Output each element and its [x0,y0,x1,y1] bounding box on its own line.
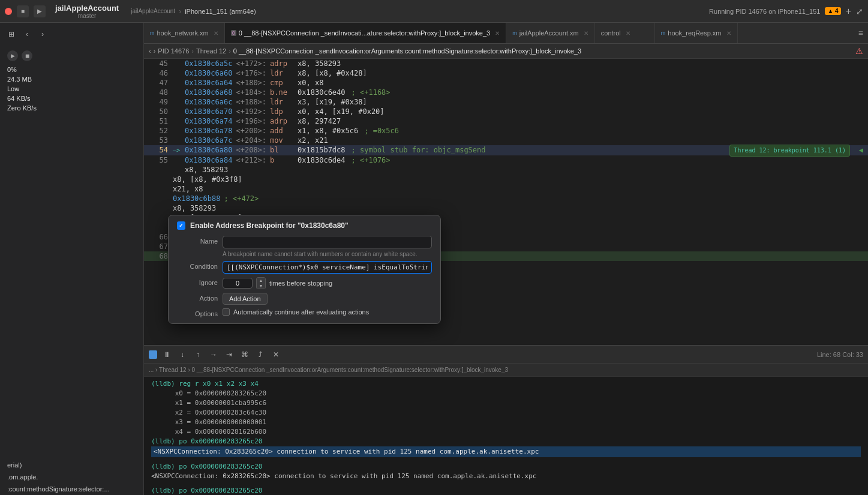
console-line: x1 = 0x00000001cba995c6 [151,398,861,408]
stop-button[interactable] [5,8,12,15]
memory-value: 24.3 MB [7,76,32,83]
code-line-extra3: x21, x8 [144,184,868,194]
bp-action-row: Action Add Action [177,293,432,305]
editor-tab-control[interactable]: control ✕ [595,23,655,44]
breakpoint-dialog: ✓ Enable Address Breakpoint for "0x1830c… [168,215,441,324]
mem-icon: ◼ [22,50,32,61]
sidebar: ⊞ ‹ › ▶ ◼ 0% 24.3 MB Low 6 [0,23,144,495]
console-line: x3 = 0x0000000000000001 [151,418,861,427]
bp-stepper[interactable]: ▲ ▼ [256,277,266,289]
editor-tabs: m hook_network.xm ✕ 0 0 __88-[NSXPCConne… [144,23,868,44]
sidebar-nav-item-2[interactable]: .om.apple. [0,471,143,483]
console-line: x4 = 0x000000028162b600 [151,427,861,437]
bc-thread: Thread 12 [196,47,226,55]
sidebar-metrics: ▶ ◼ 0% 24.3 MB Low 64 KB/s Zero KB/s [0,46,143,116]
bp-ignore-row: Ignore ▲ ▼ times before stopping [177,277,432,289]
bp-auto-continue-label: Automatically continue after evaluating … [233,308,369,316]
editor-tab-nsxpc-block[interactable]: 0 0 __88-[NSXPCConnection _sendInvocati.… [225,23,506,44]
code-line-extra4: x8, 358293 [144,203,868,213]
hook-req-resp-close[interactable]: ✕ [726,30,731,37]
step-over-btn[interactable]: ⏸ [161,349,173,361]
console-line: x0 = 0x0000000283265c20 [151,389,861,398]
bottom-run-indicator [149,350,157,359]
hook-network-label: hook_network.xm [157,29,209,37]
expand-button[interactable]: ⤢ [856,7,863,16]
debug-btn[interactable]: ⌘ [239,349,251,361]
run-button[interactable]: ▶ [34,5,46,17]
bp-condition-label: Condition [177,261,218,270]
console-line: (lldb) reg r x0 x1 x2 x3 x4 [151,379,861,389]
step-instruction-btn[interactable]: → [208,349,220,361]
tabs-menu-btn[interactable]: ≡ [858,28,863,38]
sidebar-nav-item-1[interactable]: erial) [0,459,143,471]
bp-dialog-title-text: Enable Address Breakpoint for "0x1830c6a… [190,221,349,230]
thread-arrow-right: ◀ [859,145,863,155]
control-close[interactable]: ✕ [626,30,630,37]
code-line-50: 50 0x1830c6a70 <+192>: ldp x0, x4, [x19,… [144,107,868,116]
hook-network-close[interactable]: ✕ [214,30,218,37]
bottom-toolbar: ⏸ ↓ ↑ → ⇥ ⌘ ⤴ ✕ Line: 68 Col: 33 [144,346,868,364]
code-line-54: 54 –> 0x1830c6a80 <+208>: bl 0x1815b7dc8… [144,145,868,155]
code-line-c6b88: 0x1830c6b88 ; <+472> [144,194,868,203]
console-line-highlight: <NSXPCConnection: 0x283265c20> connectio… [151,446,861,457]
code-line-46: 46 0x1830c6a60 <+176>: ldr x8, [x8, #0x4… [144,68,868,78]
editor-area: m hook_network.xm ✕ 0 0 __88-[NSXPCConne… [144,23,868,495]
sidebar-nav-item-3[interactable]: :count:methodSignature:selector:... [0,483,143,495]
bp-form: Name A breakpoint name cannot start with… [169,235,440,323]
nsxpc-block-label: 0 __88-[NSXPCConnection _sendInvocati...… [239,29,490,37]
sidebar-grid-btn[interactable]: ⊞ [5,28,18,41]
hook-req-resp-icon: m [661,30,666,36]
editor-dialog-wrapper: 45 0x1830c6a5c <+172>: adrp x8, 358293 4… [144,59,868,345]
bp-name-hint: A breakpoint name cannot start with numb… [223,251,432,257]
disk-read-value: 64 KB/s [7,95,31,102]
bp-stepper-up[interactable]: ▲ [257,278,265,283]
jail-apple-close[interactable]: ✕ [584,30,588,37]
editor-tab-jail-apple[interactable]: m jailAppleAccount.xm ✕ [506,23,595,44]
step-out-instr-btn[interactable]: ⇥ [223,349,235,361]
console-output[interactable]: (lldb) reg r x0 x1 x2 x3 x4 x0 = 0x00000… [144,377,868,495]
bottom-breadcrumb: ... › Thread 12 › 0 __88-[NSXPCConnectio… [144,364,868,377]
bc-fwd-btn[interactable]: › [154,47,156,55]
bp-options-label: Options [177,308,218,317]
console-line: (lldb) po 0x0000000283265c20 [151,437,861,446]
bp-ignore-input[interactable] [223,278,253,289]
bp-enable-checkbox[interactable]: ✓ [177,221,185,230]
titlebar-right: Running PID 14676 on iPhone11_151 ▲ 4 + … [709,6,863,17]
bc-back-btn[interactable]: ‹ [149,47,151,55]
nsxpc-block-close[interactable]: ✕ [495,30,500,37]
warning-badge[interactable]: ▲ 4 [825,7,840,15]
play-button[interactable]: ■ [17,5,29,17]
main-layout: ⊞ ‹ › ▶ ◼ 0% 24.3 MB Low 6 [0,23,868,495]
code-line-52: 52 0x1830c6a78 <+200>: add x1, x8, #0x5c… [144,126,868,136]
bp-ignore-controls: ▲ ▼ times before stopping [223,277,332,289]
editor-tab-hook-req-resp[interactable]: m hook_reqResp.xm ✕ [655,23,738,44]
bp-add-action-button[interactable]: Add Action [223,293,268,305]
editor-tab-hook-network[interactable]: m hook_network.xm ✕ [144,23,225,44]
code-line-49: 49 0x1830c6a6c <+188>: ldr x3, [x19, #0x… [144,97,868,107]
step-out-btn[interactable]: ↑ [192,349,204,361]
bp-ignore-label: Ignore [177,277,218,286]
jail-apple-icon: m [512,30,517,36]
bp-stepper-down[interactable]: ▼ [257,283,265,289]
bp-options-row: Options Automatically continue after eva… [177,308,432,317]
add-tab-button[interactable]: + [846,6,851,17]
bp-condition-input[interactable] [223,261,432,274]
console-clear-btn[interactable]: ✕ [270,349,282,361]
step-in-btn[interactable]: ↓ [176,349,188,361]
sidebar-nav-fwd[interactable]: › [36,28,49,41]
code-line-47: 47 0x1830c6a64 <+180>: cmp x0, x8 [144,78,868,88]
warning-icon: ⚠ [855,46,863,56]
bp-action-label: Action [177,293,218,302]
bp-name-input[interactable] [223,236,432,248]
jail-apple-label: jailAppleAccount.xm [519,29,579,37]
control-label: control [601,29,621,37]
window-controls [5,8,12,15]
share-btn[interactable]: ⤴ [254,349,266,361]
code-line-extra1: x8, 358293 [144,165,868,175]
project-sub: master [78,13,97,19]
project-title: jailAppleAccount master [55,4,119,19]
bp-auto-continue-checkbox[interactable] [223,308,230,316]
console-line: (lldb) po 0x0000000283265c20 [151,486,861,495]
sidebar-nav-back[interactable]: ‹ [20,28,34,41]
code-line-55: 55 0x1830c6a84 <+212>: b 0x1830c6de4 ; <… [144,155,868,165]
